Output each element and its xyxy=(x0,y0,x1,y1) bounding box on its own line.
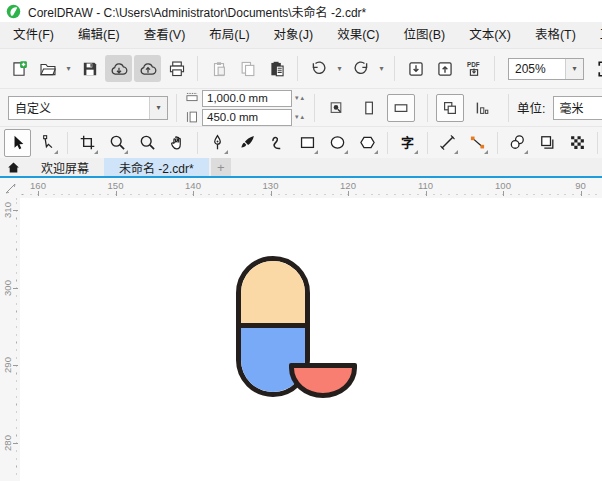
copy-button[interactable] xyxy=(234,55,261,82)
undo-button[interactable] xyxy=(305,55,332,82)
export-button[interactable] xyxy=(431,55,458,82)
units-combo[interactable]: 毫米 ▾ xyxy=(553,96,602,120)
chevron-down-icon[interactable]: ▾ xyxy=(149,97,167,119)
menu-layout[interactable]: 布局(L) xyxy=(197,22,261,48)
cut-button[interactable] xyxy=(205,55,232,82)
tab-document[interactable]: 未命名 -2.cdr* xyxy=(104,158,209,176)
shadow-tool[interactable] xyxy=(504,129,531,157)
toolbox-separator xyxy=(597,132,598,154)
ruler-origin-icon[interactable] xyxy=(0,178,20,198)
transparency-tool[interactable] xyxy=(534,129,561,157)
print-button[interactable] xyxy=(163,55,190,82)
coreldraw-window: { "window": { "title": "CorelDRAW - C:\\… xyxy=(0,0,602,481)
toolbox-separator xyxy=(497,132,498,154)
pen-tool[interactable] xyxy=(204,129,231,157)
chevron-down-icon[interactable]: ▾ xyxy=(376,55,387,82)
interactive-fill-tool[interactable] xyxy=(564,129,591,157)
property-bar: 自定义 ▾ 1,000.0 mm ▾▴ 450.0 mm ▾▴ 单位: 毫米 ▾ xyxy=(0,89,602,127)
page-width-field[interactable]: 1,000.0 mm xyxy=(202,90,292,107)
hruler-label: 130 xyxy=(263,180,279,191)
smart-drawing-tool[interactable] xyxy=(264,129,291,157)
apply-current-page-button[interactable] xyxy=(468,94,496,122)
menu-edit[interactable]: 编辑(E) xyxy=(66,22,132,48)
shape-tool[interactable] xyxy=(34,129,61,157)
page-height-spinner[interactable]: ▾▴ xyxy=(295,113,306,121)
preset-value: 自定义 xyxy=(9,99,149,116)
hruler-tick xyxy=(426,191,427,196)
hruler-label: 140 xyxy=(185,180,201,191)
landscape-orientation-button[interactable] xyxy=(387,94,415,122)
zoom-tool-secondary[interactable] xyxy=(134,129,161,157)
hruler-tick xyxy=(116,191,117,196)
cloud-upload-button[interactable] xyxy=(134,55,161,82)
hruler-label: 110 xyxy=(418,180,433,191)
open-button[interactable] xyxy=(34,55,61,82)
menu-bitmaps[interactable]: 位图(B) xyxy=(392,22,458,48)
page-height-field[interactable]: 450.0 mm xyxy=(202,109,292,126)
chevron-down-icon[interactable]: ▾ xyxy=(63,55,74,82)
menu-text[interactable]: 文本(X) xyxy=(457,22,523,48)
toolbox-separator xyxy=(427,132,428,154)
cloud-download-button[interactable] xyxy=(105,55,132,82)
propbar-separator xyxy=(176,94,177,122)
chevron-down-icon[interactable]: ▾ xyxy=(565,59,583,79)
vruler-label: 300 xyxy=(2,280,13,296)
new-tab-button[interactable]: + xyxy=(211,158,231,176)
hruler-tick xyxy=(38,191,39,196)
home-button[interactable] xyxy=(0,158,26,176)
standard-toolbar: ▾▾▾PDF205%▾ xyxy=(0,49,602,89)
page-size-preset-combo[interactable]: 自定义 ▾ xyxy=(8,96,168,120)
coreldraw-logo-icon xyxy=(6,4,21,19)
menu-file[interactable]: 文件(F) xyxy=(1,22,66,48)
save-button[interactable] xyxy=(76,55,103,82)
pick-tool[interactable] xyxy=(4,129,31,157)
vruler-label: 310 xyxy=(2,202,13,218)
artistic-media-tool[interactable] xyxy=(234,129,261,157)
capsule-top-half[interactable] xyxy=(241,261,305,328)
apply-all-pages-button[interactable] xyxy=(436,94,464,122)
portrait-orientation-button[interactable] xyxy=(355,94,383,122)
toolbox-separator xyxy=(197,132,198,154)
hruler-tick xyxy=(581,191,582,196)
paste-button[interactable] xyxy=(263,55,290,82)
vruler-tick xyxy=(13,210,18,211)
redo-button[interactable] xyxy=(347,55,374,82)
menu-table[interactable]: 表格(T) xyxy=(523,22,588,48)
menu-tools[interactable]: 工具(T) xyxy=(588,22,602,48)
menu-bar: 文件(F)编辑(E)查看(V)布局(L)对象(J)效果(C)位图(B)文本(X)… xyxy=(0,22,602,49)
connector-tool[interactable] xyxy=(464,129,491,157)
crop-tool[interactable] xyxy=(74,129,101,157)
dimension-tool[interactable] xyxy=(434,129,461,157)
text-tool[interactable]: 字 xyxy=(394,129,421,157)
ellipse-tool[interactable] xyxy=(324,129,351,157)
page-width-spinner[interactable]: ▾▴ xyxy=(295,94,306,102)
hruler-tick xyxy=(348,191,349,196)
menu-view[interactable]: 查看(V) xyxy=(132,22,198,48)
publish-pdf-button[interactable]: PDF xyxy=(460,55,487,82)
zoom-level-combo[interactable]: 205%▾ xyxy=(508,58,584,80)
bowl-shape[interactable] xyxy=(289,363,357,398)
import-button[interactable] xyxy=(402,55,429,82)
autofit-page-button[interactable] xyxy=(323,94,351,122)
vruler-label: 280 xyxy=(2,435,13,451)
menu-effects[interactable]: 效果(C) xyxy=(325,22,391,48)
drawing-canvas[interactable] xyxy=(20,198,602,481)
hruler-label: 120 xyxy=(340,180,356,191)
pan-tool[interactable] xyxy=(164,129,191,157)
fullscreen-preview-button[interactable] xyxy=(592,55,602,82)
new-document-button[interactable] xyxy=(5,55,32,82)
hruler-label: 100 xyxy=(495,180,511,191)
tab-welcome[interactable]: 欢迎屏幕 xyxy=(26,158,104,176)
zoom-tool[interactable] xyxy=(104,129,131,157)
toolbar-separator xyxy=(394,56,395,81)
rectangle-tool[interactable] xyxy=(294,129,321,157)
horizontal-ruler[interactable]: 16015014013012011010090 xyxy=(20,178,602,198)
hruler-label: 90 xyxy=(575,180,586,191)
propbar-separator xyxy=(508,94,509,122)
document-tabs: 欢迎屏幕未命名 -2.cdr* xyxy=(26,158,209,176)
polygon-tool[interactable] xyxy=(354,129,381,157)
vertical-ruler[interactable]: 310300290280 xyxy=(0,198,20,481)
chevron-down-icon[interactable]: ▾ xyxy=(334,55,345,82)
menu-object[interactable]: 对象(J) xyxy=(262,22,326,48)
hruler-tick xyxy=(503,191,504,196)
